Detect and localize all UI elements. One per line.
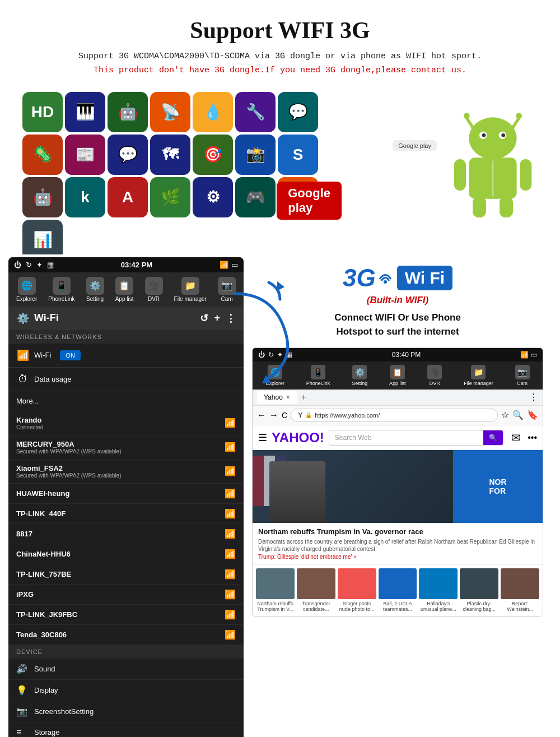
news-thumb-4[interactable]: Halladay's unusual plane...	[419, 568, 458, 613]
wifi-network-item-4[interactable]: TP-LINK_440F 📶	[8, 504, 244, 524]
app-icon-18[interactable]: ⚙	[193, 177, 233, 217]
toolbar-icon-5: 📁	[181, 277, 199, 295]
wifi-network-info-4: TP-LINK_440F	[16, 509, 225, 518]
app-icon-7[interactable]: 🦠	[22, 135, 63, 175]
wifi-network-item-0[interactable]: Krando Connected 📶	[8, 411, 244, 435]
news-person-image	[269, 461, 325, 523]
data-usage-row[interactable]: ⏱ Data usage	[8, 368, 244, 391]
wifi-signal-10: 📶	[225, 629, 236, 640]
app-icon-16[interactable]: A	[108, 177, 148, 217]
toolbar-item-explorer[interactable]: 🌐Explorer	[16, 277, 37, 302]
screenshot-row[interactable]: 📷 ScreenshotSetting	[8, 701, 244, 722]
browser-toolbar-item-dvr[interactable]: 🎥DVR	[427, 365, 442, 386]
browser-home-btn[interactable]: C	[282, 411, 287, 420]
search-input-placeholder[interactable]: Search Web	[329, 430, 483, 445]
wifi-network-name-4: TP-LINK_440F	[16, 509, 225, 518]
toolbar-icon-3: 📋	[115, 277, 133, 295]
app-icon-3[interactable]: 📡	[150, 92, 190, 132]
browser-menu-btn[interactable]: ⋮	[529, 392, 538, 402]
app-icon-15[interactable]: k	[65, 177, 105, 217]
display-row[interactable]: 💡 Display	[8, 680, 244, 701]
android-toolbar[interactable]: 🌐Explorer📱PhoneLink⚙️Setting📋App list🎥DV…	[8, 272, 244, 307]
wifi-network-item-1[interactable]: MERCURY_950A Secured with WPA/WPA2 (WPS …	[8, 435, 244, 460]
toolbar-item-app list[interactable]: 📋App list	[115, 277, 134, 302]
wifi-network-info-1: MERCURY_950A Secured with WPA/WPA2 (WPS …	[16, 440, 225, 455]
wifi-network-item-3[interactable]: HUAWEI-heung 📶	[8, 484, 244, 504]
news-thumb-6[interactable]: Report: Weinstein...	[501, 568, 539, 613]
news-thumb-1[interactable]: Transgender candidate...	[297, 568, 335, 613]
read-mode-icon[interactable]: 🔖	[527, 410, 538, 420]
app-icon-11[interactable]: 🎯	[193, 135, 233, 175]
browser-forward-btn[interactable]: →	[269, 410, 278, 420]
news-thumb-3[interactable]: Ball, 2 UCLA teammates...	[379, 568, 417, 613]
wifi-network-item-2[interactable]: Xiaomi_FSA2 Secured with WPA/WPA2 (WPS a…	[8, 460, 244, 484]
more-row[interactable]: More...	[8, 391, 244, 411]
wifi-network-item-10[interactable]: Tenda_30C806 📶	[8, 625, 244, 645]
app-icon-21[interactable]: 📊	[22, 220, 63, 254]
toolbar-icon-0: 🌐	[18, 277, 36, 295]
wifi-network-item-7[interactable]: TP-LINK_757BE 📶	[8, 564, 244, 585]
app-icon-0[interactable]: HD	[22, 92, 63, 132]
toolbar-item-phonelink[interactable]: 📱PhoneLink	[48, 277, 74, 302]
browser-statusbar-time: 03:40 PM	[392, 351, 421, 359]
news-thumb-0[interactable]: Northam rebuffs Trumpism in V...	[256, 568, 295, 613]
toolbar-icon-1: 📱	[53, 277, 71, 295]
browser-toolbar-item-cam[interactable]: 📷Cam	[515, 365, 530, 386]
wifi-network-item-8[interactable]: iPXG 📶	[8, 585, 244, 605]
search-icon[interactable]: 🔍	[512, 410, 524, 420]
browser-toolbar-item-file manager[interactable]: 📁File manager	[464, 365, 493, 386]
app-banner: HD🎹🤖📡💧🔧💬🦠📰💬🗺🎯📸S🤖kA🌿⚙🎮📱📊 Google play Goog…	[0, 86, 560, 254]
app-icon-6[interactable]: 💬	[278, 92, 318, 132]
browser-toolbar-item-app list[interactable]: 📋App list	[389, 365, 406, 386]
wifi-toggle-row[interactable]: 📶 Wi-Fi ON	[8, 344, 244, 368]
more-dots-icon[interactable]: •••	[528, 433, 537, 443]
news-image: NORFOR	[253, 450, 543, 523]
news-headline[interactable]: Northam rebuffs Trumpism in Va. governor…	[258, 527, 537, 536]
news-thumb-5[interactable]: Plastic dry-cleaning bag...	[460, 568, 498, 613]
app-icon-19[interactable]: 🎮	[235, 177, 276, 217]
toolbar-label-4: DVR	[148, 296, 160, 302]
wifi-network-item-5[interactable]: 8817 📶	[8, 524, 244, 544]
app-icon-5[interactable]: 🔧	[235, 92, 276, 132]
browser-back-btn[interactable]: ←	[257, 410, 266, 420]
wifi-add-icon[interactable]: +	[214, 312, 220, 325]
app-icon-9[interactable]: 💬	[108, 135, 148, 175]
wifi-network-item-6[interactable]: ChinaNet-HHU6 📶	[8, 544, 244, 564]
app-icon-17[interactable]: 🌿	[150, 177, 190, 217]
new-tab-btn[interactable]: +	[301, 392, 306, 402]
sound-icon: 🔊	[16, 664, 29, 674]
wifi-network-item-9[interactable]: TP-LINK_JK9FBC 📶	[8, 605, 244, 625]
sound-row[interactable]: 🔊 Sound	[8, 659, 244, 680]
app-icon-1[interactable]: 🎹	[65, 92, 105, 132]
app-icon-12[interactable]: 📸	[235, 135, 276, 175]
browser-toolbar-item-phonelink[interactable]: 📱PhoneLink	[306, 365, 330, 386]
app-icon-14[interactable]: 🤖	[22, 177, 63, 217]
wifi-refresh-icon[interactable]: ↺	[200, 312, 208, 325]
news-thumb-img-1	[297, 568, 335, 599]
wifi-network-info-2: Xiaomi_FSA2 Secured with WPA/WPA2 (WPS a…	[16, 464, 225, 479]
app-icon-2[interactable]: 🤖	[108, 92, 148, 132]
storage-row[interactable]: ≡ Storage	[8, 722, 244, 738]
app-icon-4[interactable]: 💧	[193, 92, 233, 132]
browser-toolbar-item-setting[interactable]: ⚙️Setting	[352, 365, 367, 386]
toolbar-item-setting[interactable]: ⚙️Setting	[86, 277, 104, 302]
news-thumb-2[interactable]: Singer posts nude photo to...	[338, 568, 376, 613]
news-link[interactable]: Trump: Gillespie 'did not embrace me' »	[258, 554, 537, 560]
wifi-on-badge[interactable]: ON	[60, 350, 81, 360]
app-icon-10[interactable]: 🗺	[150, 135, 190, 175]
news-thumb-label-2: Singer posts nude photo to...	[338, 601, 376, 613]
bookmark-star-icon[interactable]: ☆	[501, 410, 509, 420]
search-bar[interactable]: Search Web 🔍	[329, 430, 503, 446]
toolbar-item-dvr[interactable]: 🎥DVR	[145, 277, 163, 302]
wifi-waves-svg	[377, 268, 394, 285]
mail-icon[interactable]: ✉	[511, 431, 521, 444]
toolbar-item-file manager[interactable]: 📁File manager	[174, 277, 207, 302]
more-left: More...	[16, 397, 236, 405]
address-input[interactable]: Y 🔒 https://www.yahoo.com/	[291, 409, 498, 422]
search-button[interactable]: 🔍	[483, 430, 503, 445]
hamburger-icon[interactable]: ☰	[258, 432, 267, 444]
news-thumb-label-4: Halladay's unusual plane...	[419, 601, 458, 613]
app-icon-13[interactable]: S	[278, 135, 318, 175]
news-thumb-label-0: Northam rebuffs Trumpism in V...	[256, 601, 295, 613]
app-icon-8[interactable]: 📰	[65, 135, 105, 175]
